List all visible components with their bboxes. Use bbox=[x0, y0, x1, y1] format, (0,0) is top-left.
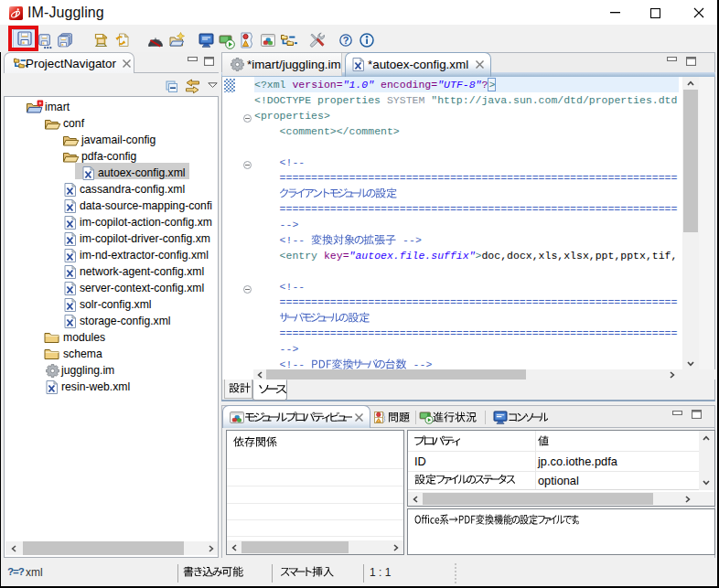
svg-text:?: ? bbox=[343, 35, 349, 46]
